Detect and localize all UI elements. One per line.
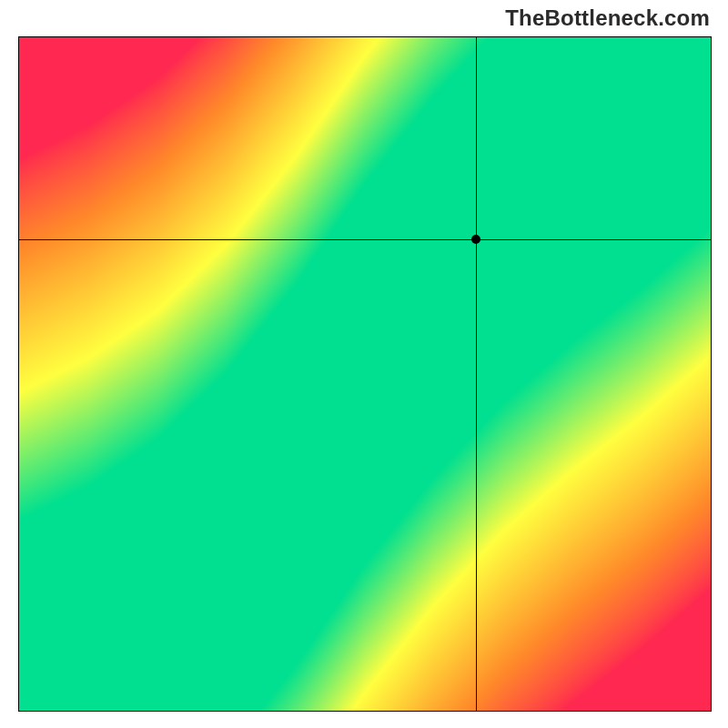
crosshair-vertical [476, 37, 477, 711]
crosshair-marker [471, 235, 480, 244]
chart-container: TheBottleneck.com [0, 0, 728, 728]
plot-area [18, 36, 712, 712]
heatmap-canvas [19, 37, 711, 711]
watermark-text: TheBottleneck.com [505, 5, 710, 31]
crosshair-horizontal [19, 239, 711, 240]
